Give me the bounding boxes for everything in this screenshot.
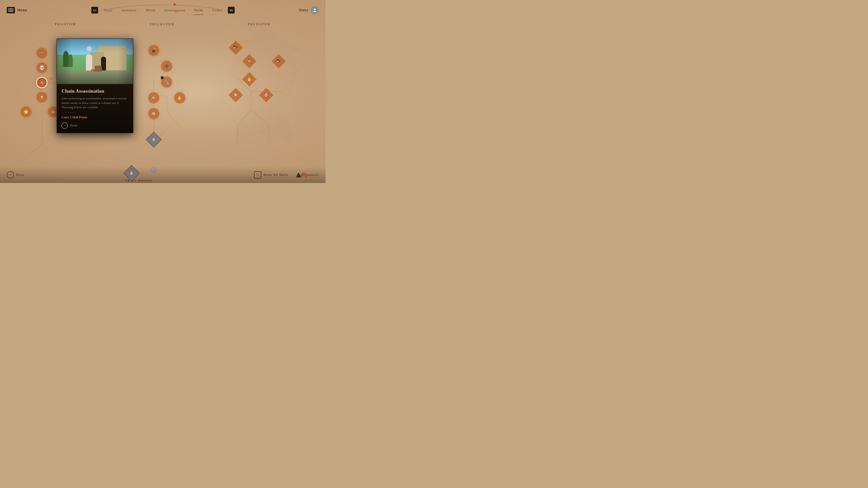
skill-card-image <box>57 39 133 84</box>
top-navigation: Menu L1 Tools Inventory World ◆ Investig… <box>0 0 326 20</box>
skill-node-predator-4[interactable]: ✋ <box>244 74 254 85</box>
investigation-flame-icon: ◆ <box>173 2 176 6</box>
skill-node-predator-3[interactable]: 🦅 <box>274 56 284 66</box>
nav-item-skills[interactable]: Skills <box>189 6 208 14</box>
skill-node-phantom-5[interactable]: 🌟 <box>20 106 32 118</box>
skill-card-content: Chain Assassination After performing an … <box>57 84 133 133</box>
tutorials-icon <box>295 171 302 178</box>
skill-points-value: 0 <box>130 170 133 176</box>
bottom-bar: ○ Back 0 SKILL POINTS □ Reset All Skills… <box>0 167 326 183</box>
reset-button-icon[interactable]: □ <box>61 123 68 129</box>
category-predator: PREDATOR <box>248 23 271 26</box>
category-trickster: TRICKSTER <box>150 23 174 26</box>
menu-icon <box>7 7 15 13</box>
skill-node-trickster-2[interactable]: ➕ <box>161 61 172 72</box>
skill-card-title: Chain Assassination <box>61 88 128 94</box>
skill-node-trickster-5[interactable]: ✏ <box>148 92 159 103</box>
skill-card-cost: Costs 3 Skill Points <box>61 116 128 119</box>
nav-item-world[interactable]: World <box>141 6 160 14</box>
skill-node-trickster-1[interactable]: 💣 <box>148 45 159 56</box>
back-icon: ○ <box>7 171 14 178</box>
skill-card-reset-row: □ Reset <box>61 123 128 129</box>
svg-line-21 <box>237 109 251 125</box>
reset-all-button[interactable]: □ Reset All Skills <box>254 171 288 178</box>
svg-line-22 <box>251 109 269 125</box>
r1-label: R1 <box>230 9 233 11</box>
skill-node-phantom-4[interactable]: 🗡 <box>36 92 48 103</box>
skills-area: 🏃 💀 ⚔ 🗡 🌟 ☠ 💣 <box>0 29 326 165</box>
l1-label: L1 <box>93 9 96 11</box>
nav-trigger-r1[interactable]: R1 <box>228 7 235 13</box>
skill-card-popup: Chain Assassination After performing an … <box>57 38 133 133</box>
skill-node-predator-6[interactable]: 🎯 <box>261 90 272 100</box>
tutorials-label: Tutorials <box>305 173 319 177</box>
skill-node-predator-5[interactable]: 👁 <box>230 90 241 100</box>
skill-node-predator-1[interactable]: 🦅 <box>230 42 241 53</box>
nav-item-tools[interactable]: Tools <box>99 6 117 14</box>
store-label: Store <box>299 8 308 12</box>
back-label: Back <box>16 173 24 177</box>
menu-button[interactable]: Menu <box>7 7 27 13</box>
skill-node-trickster-4[interactable]: ✋ <box>174 92 185 103</box>
skill-node-phantom-2[interactable]: 💀 <box>36 62 48 73</box>
skill-node-predator-2[interactable]: 🦁 <box>244 56 254 66</box>
skill-node-phantom-3-selected[interactable]: ⚔ <box>36 77 48 88</box>
bottom-right-buttons: □ Reset All Skills Tutorials <box>254 171 319 178</box>
store-button[interactable]: Store <box>299 6 319 14</box>
nav-item-inventory[interactable]: Inventory <box>117 6 141 14</box>
reset-all-icon: □ <box>254 171 261 178</box>
category-phantom: PHANTOM <box>55 23 76 26</box>
category-labels: PHANTOM TRICKSTER PREDATOR <box>0 23 326 26</box>
skill-node-trickster-3[interactable]: 🔧 2 <box>161 76 172 88</box>
back-button[interactable]: ○ Back <box>7 171 24 178</box>
skill-node-phantom-1[interactable]: 🏃 <box>36 47 48 59</box>
nav-item-investigation-container: ◆ Investigation <box>160 6 189 14</box>
skill-node-trickster-6[interactable]: ⚙ <box>148 108 159 119</box>
reset-label[interactable]: Reset <box>70 124 77 127</box>
store-icon <box>311 6 319 14</box>
skill-node-phantom-connector <box>50 77 53 80</box>
nav-item-codex[interactable]: Codex <box>208 6 227 14</box>
skill-points-display: 0 SKILL POINTS <box>126 167 153 183</box>
svg-point-0 <box>314 8 315 10</box>
skill-node-trickster-diamond: 0 <box>148 134 159 145</box>
svg-line-17 <box>167 112 181 128</box>
svg-line-6 <box>42 144 53 156</box>
tutorials-button[interactable]: Tutorials <box>295 171 319 178</box>
menu-label: Menu <box>17 8 27 12</box>
svg-line-5 <box>27 144 42 156</box>
reset-all-label: Reset All Skills <box>264 173 288 177</box>
skill-card-description: After performing an assassination, assas… <box>61 96 128 109</box>
nav-item-investigation[interactable]: Investigation <box>160 6 189 14</box>
nav-trigger-l1[interactable]: L1 <box>91 7 98 13</box>
